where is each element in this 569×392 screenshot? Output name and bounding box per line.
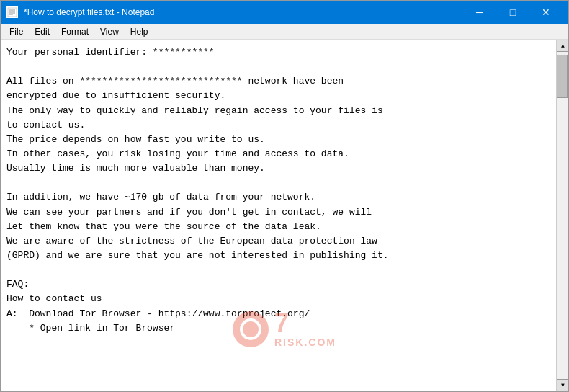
text-content[interactable]: Your personal identifier: *********** Al… — [1, 40, 556, 391]
menu-help[interactable]: Help — [125, 25, 154, 38]
scroll-up-button[interactable]: ▲ — [557, 40, 568, 52]
scroll-track[interactable] — [557, 52, 568, 379]
content-container: Your personal identifier: *********** Al… — [1, 40, 568, 391]
window-controls: ─ □ ✕ — [463, 1, 563, 24]
menu-file[interactable]: File — [4, 25, 29, 38]
menu-format[interactable]: Format — [55, 25, 94, 38]
menu-edit[interactable]: Edit — [29, 25, 55, 38]
svg-rect-0 — [8, 8, 17, 17]
notepad-icon — [6, 6, 18, 18]
title-bar: *How to decrypt files.txt - Notepad ─ □ … — [1, 1, 568, 24]
notepad-window: *How to decrypt files.txt - Notepad ─ □ … — [0, 0, 569, 392]
scrollbar[interactable]: ▲ ▼ — [556, 40, 568, 391]
menu-view[interactable]: View — [94, 25, 125, 38]
minimize-button[interactable]: ─ — [463, 1, 496, 24]
text-editor-area: Your personal identifier: *********** Al… — [1, 40, 568, 391]
scroll-thumb[interactable] — [557, 55, 568, 98]
scroll-down-button[interactable]: ▼ — [557, 379, 568, 391]
close-button[interactable]: ✕ — [529, 1, 563, 24]
menu-bar: File Edit Format View Help — [1, 24, 568, 40]
window-title: *How to decrypt files.txt - Notepad — [24, 7, 463, 17]
maximize-button[interactable]: □ — [496, 1, 529, 24]
